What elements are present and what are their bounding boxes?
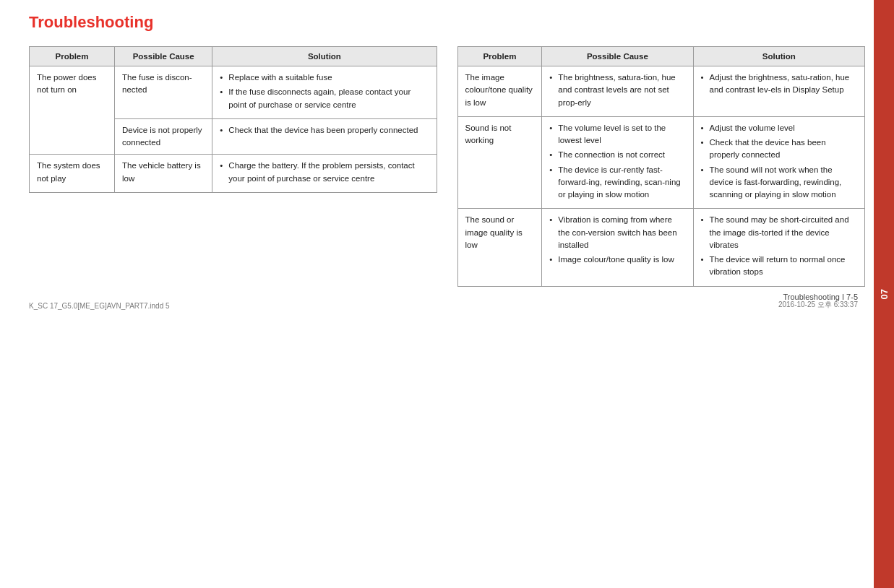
right-col-solution: Solution [693,47,864,66]
cause-battery: The vehicle battery is low [114,155,212,193]
right-col-cause: Possible Cause [542,47,693,66]
table-row: The system does not play The vehicle bat… [30,155,437,193]
list-item: The sound may be short-circuited and the… [701,214,857,251]
list-item: Check that the device has been properly … [701,137,857,162]
list-item: Adjust the brightness, satu-ration, hue … [701,72,857,97]
right-table: Problem Possible Cause Solution The imag… [457,46,866,287]
table-row: The power does not turn on The fuse is d… [30,66,437,119]
solution-image-quality: Adjust the brightness, satu-ration, hue … [693,66,864,117]
cause-fuse: The fuse is discon-nected [114,66,212,119]
left-col-solution: Solution [212,47,437,66]
tables-wrapper: Problem Possible Cause Solution The powe… [29,46,865,287]
list-item: Replace with a suitable fuse [220,72,429,84]
solution-not-connected: Check that the device has been properly … [212,118,437,155]
list-item: Check that the device has been properly … [220,124,429,137]
page-title: Troubleshooting [29,13,865,32]
table-row: Sound is not working The volume level is… [457,116,865,209]
solution-sound: Adjust the volume level Check that the d… [693,116,864,209]
left-table: Problem Possible Cause Solution The powe… [29,46,437,193]
list-item: The sound will not work when the device … [701,164,857,202]
table-row: The sound or image quality is low Vibrat… [457,209,865,286]
list-item: The device is cur-rently fast-forward-in… [549,164,685,202]
table-row: The image colour/tone quality is low The… [457,66,865,117]
list-item: If the fuse disconnects again, please co… [220,86,429,111]
footer-filename: K_SC 17_G5.0[ME_EG]AVN_PART7.indd 5 [29,302,170,310]
left-col-cause: Possible Cause [114,47,212,66]
solution-battery: Charge the battery. If the problem persi… [212,155,437,193]
list-item: The device will return to normal once vi… [701,254,857,279]
list-item: Vibration is coming from where the con-v… [549,214,685,251]
problem-sound: Sound is not working [457,116,542,209]
list-item: Charge the battery. If the problem persi… [220,160,429,185]
solution-sound-image: The sound may be short-circuited and the… [693,209,864,286]
list-item: Image colour/tone quality is low [549,254,685,266]
left-col-problem: Problem [30,47,115,66]
cause-image-quality: The brightness, satura-tion, hue and con… [542,66,693,117]
cause-sound: The volume level is set to the lowest le… [542,116,693,209]
solution-fuse: Replace with a suitable fuse If the fuse… [212,66,437,119]
right-table-section: Problem Possible Cause Solution The imag… [457,46,866,287]
problem-sound-image: The sound or image quality is low [457,209,542,286]
problem-system-play: The system does not play [30,155,115,193]
list-item: Adjust the volume level [701,122,857,134]
left-table-section: Problem Possible Cause Solution The powe… [29,46,437,193]
list-item: The connection is not correct [549,149,685,161]
sidebar-tab: 07 [874,0,894,588]
list-item: The brightness, satura-tion, hue and con… [549,72,685,109]
sidebar-label: 07 [879,289,890,299]
list-item: The volume level is set to the lowest le… [549,122,685,147]
cause-not-connected: Device is not properly connected [114,118,212,155]
problem-image-quality: The image colour/tone quality is low [457,66,542,117]
problem-power: The power does not turn on [30,66,115,155]
page-container: Troubleshooting Problem Possible Cause S… [0,0,894,316]
right-col-problem: Problem [457,47,542,66]
footer-date: 2016-10-25 오후 6:33:37 [778,300,858,310]
cause-sound-image: Vibration is coming from where the con-v… [542,209,693,286]
